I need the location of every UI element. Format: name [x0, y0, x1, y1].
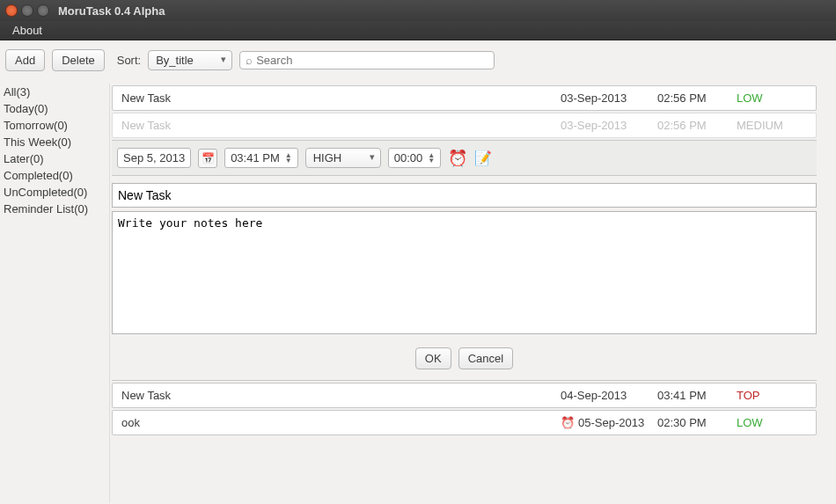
sidebar-item-reminderlist[interactable]: Reminder List(0) — [2, 201, 109, 217]
task-row[interactable]: ook ⏰05-Sep-2013 02:30 PM LOW — [112, 410, 817, 435]
task-row-expanded-header[interactable]: New Task 03-Sep-2013 02:56 PM MEDIUM — [112, 113, 817, 138]
close-icon[interactable] — [5, 4, 18, 17]
editor-actions: OK Cancel — [112, 337, 817, 381]
search-input[interactable] — [256, 54, 488, 67]
task-time: 02:56 PM — [657, 91, 737, 105]
task-date: 03-Sep-2013 — [561, 91, 657, 105]
task-priority: TOP — [737, 389, 807, 402]
sidebar: All(3) Today(0) Tomorrow(0) This Week(0)… — [0, 84, 109, 503]
add-button[interactable]: Add — [5, 49, 45, 71]
menubar: About — [0, 21, 836, 40]
main-panel: New Task 03-Sep-2013 02:56 PM LOW New Ta… — [109, 84, 836, 503]
task-date: 03-Sep-2013 — [561, 119, 657, 132]
task-title: ook — [121, 416, 561, 429]
notes-icon[interactable]: 📝 — [474, 150, 492, 166]
minimize-icon[interactable] — [21, 4, 33, 17]
window-title: MoruTask 0.4 Alpha — [58, 4, 165, 18]
task-date: ⏰05-Sep-2013 — [561, 416, 657, 429]
date-value: Sep 5, 2013 — [123, 151, 185, 164]
task-time: 03:41 PM — [657, 389, 737, 402]
task-date: 04-Sep-2013 — [561, 389, 657, 402]
alarm-icon[interactable]: ⏰ — [448, 149, 467, 168]
task-priority: LOW — [737, 416, 807, 429]
sidebar-item-today[interactable]: Today(0) — [2, 100, 109, 117]
task-row[interactable]: New Task 04-Sep-2013 03:41 PM TOP — [112, 383, 817, 408]
spinner-icon[interactable]: ▲▼ — [285, 153, 292, 164]
duration-value: 00:00 — [394, 151, 423, 164]
search-icon: ⌕ — [246, 54, 253, 67]
delete-button[interactable]: Delete — [52, 49, 105, 71]
time-field[interactable]: 03:41 PM ▲▼ — [224, 148, 298, 168]
task-notes-input[interactable] — [112, 211, 817, 334]
sort-label: Sort: — [117, 54, 141, 67]
task-time: 02:30 PM — [657, 416, 737, 429]
sidebar-item-later[interactable]: Later(0) — [2, 150, 109, 167]
sidebar-item-thisweek[interactable]: This Week(0) — [2, 134, 109, 150]
calendar-icon[interactable]: 📅 — [198, 149, 217, 168]
priority-value: HIGH — [313, 151, 342, 164]
sidebar-item-tomorrow[interactable]: Tomorrow(0) — [2, 117, 109, 134]
sidebar-item-completed[interactable]: Completed(0) — [2, 167, 109, 184]
alarm-icon: ⏰ — [561, 416, 575, 429]
menu-about[interactable]: About — [7, 22, 48, 39]
duration-field[interactable]: 00:00 ▲▼ — [388, 148, 441, 168]
task-priority: MEDIUM — [737, 119, 807, 132]
search-box[interactable]: ⌕ — [239, 51, 495, 69]
date-field[interactable]: Sep 5, 2013 — [117, 148, 191, 168]
ok-button[interactable]: OK — [415, 347, 451, 369]
sidebar-item-uncompleted[interactable]: UnCompleted(0) — [2, 184, 109, 201]
task-title: New Task — [121, 389, 561, 402]
time-value: 03:41 PM — [231, 151, 280, 164]
task-editor: Sep 5, 2013 📅 03:41 PM ▲▼ HIGH 00:00 ▲▼ … — [112, 140, 817, 176]
cancel-button[interactable]: Cancel — [458, 347, 513, 369]
task-row[interactable]: New Task 03-Sep-2013 02:56 PM LOW — [112, 85, 817, 111]
toolbar: Add Delete Sort: By_title ⌕ — [0, 40, 836, 84]
priority-select[interactable]: HIGH — [305, 148, 381, 168]
task-title: New Task — [121, 91, 561, 105]
window-titlebar: MoruTask 0.4 Alpha — [0, 0, 836, 21]
task-title: New Task — [121, 119, 561, 132]
maximize-icon[interactable] — [37, 4, 49, 17]
sort-value: By_title — [156, 54, 194, 67]
sort-select[interactable]: By_title — [148, 50, 232, 70]
task-time: 02:56 PM — [657, 119, 737, 132]
task-priority: LOW — [737, 91, 807, 105]
spinner-icon[interactable]: ▲▼ — [428, 153, 435, 164]
task-title-input[interactable] — [112, 183, 817, 208]
sidebar-item-all[interactable]: All(3) — [2, 84, 109, 100]
